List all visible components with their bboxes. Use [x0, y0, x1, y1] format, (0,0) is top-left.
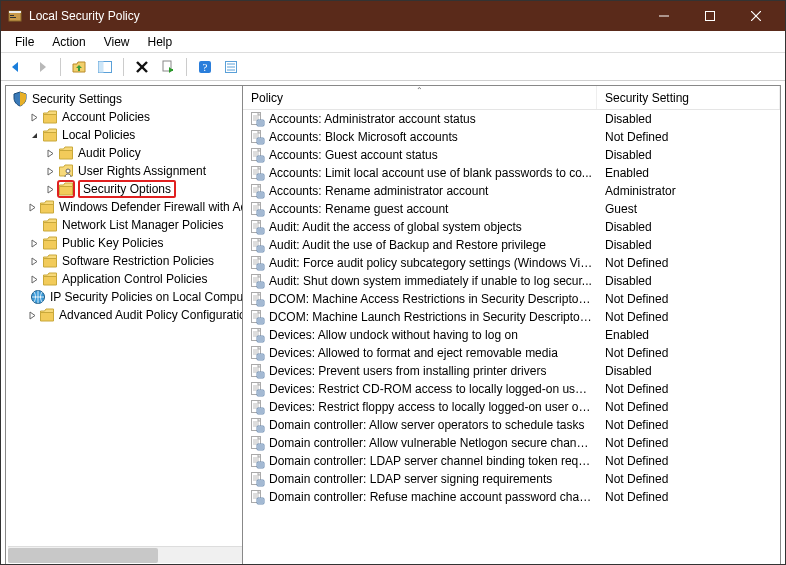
- column-header-policy[interactable]: ⌃ Policy: [243, 86, 597, 109]
- list-row[interactable]: Domain controller: LDAP server channel b…: [243, 452, 780, 470]
- list-row[interactable]: Audit: Audit the access of global system…: [243, 218, 780, 236]
- list-row[interactable]: Accounts: Administrator account statusDi…: [243, 110, 780, 128]
- list-row[interactable]: Devices: Allowed to format and eject rem…: [243, 344, 780, 362]
- list-row[interactable]: Accounts: Limit local account use of bla…: [243, 164, 780, 182]
- list-row[interactable]: Domain controller: Allow server operator…: [243, 416, 780, 434]
- chevron-right-icon[interactable]: [28, 273, 40, 285]
- back-button[interactable]: [5, 56, 27, 78]
- export-button[interactable]: [157, 56, 179, 78]
- list-row[interactable]: Accounts: Guest account statusDisabled: [243, 146, 780, 164]
- tree-item[interactable]: IP Security Policies on Local Computer: [8, 288, 242, 306]
- svg-rect-39: [258, 149, 261, 152]
- tree-item[interactable]: Public Key Policies: [8, 234, 242, 252]
- scrollbar-thumb[interactable]: [8, 548, 158, 563]
- properties-button[interactable]: [220, 56, 242, 78]
- tree-root[interactable]: Security Settings: [8, 90, 242, 108]
- folder-icon: [42, 127, 58, 143]
- minimize-button[interactable]: [641, 1, 687, 31]
- policy-setting: Not Defined: [597, 418, 780, 432]
- policy-name: Audit: Audit the access of global system…: [269, 220, 597, 234]
- up-folder-button[interactable]: [68, 56, 90, 78]
- svg-rect-143: [258, 383, 261, 386]
- maximize-button[interactable]: [687, 1, 733, 31]
- toolbar: ?: [1, 53, 785, 81]
- policy-setting: Disabled: [597, 364, 780, 378]
- chevron-right-icon[interactable]: [28, 255, 40, 267]
- list-row[interactable]: Domain controller: Allow vulnerable Netl…: [243, 434, 780, 452]
- folder-user-icon: [58, 163, 74, 179]
- menu-action[interactable]: Action: [44, 33, 93, 51]
- list-row[interactable]: Audit: Shut down system immediately if u…: [243, 272, 780, 290]
- list-row[interactable]: Audit: Audit the use of Backup and Resto…: [243, 236, 780, 254]
- column-header-setting[interactable]: Security Setting: [597, 86, 780, 109]
- list-row[interactable]: Devices: Allow undock without having to …: [243, 326, 780, 344]
- tree-item[interactable]: Windows Defender Firewall with Advanced …: [8, 198, 242, 216]
- policy-name: Devices: Allow undock without having to …: [269, 328, 597, 342]
- chevron-right-icon[interactable]: [44, 165, 56, 177]
- tree-item[interactable]: Network List Manager Policies: [8, 216, 242, 234]
- policy-name: Domain controller: Refuse machine accoun…: [269, 490, 597, 504]
- list-row[interactable]: Accounts: Block Microsoft accountsNot De…: [243, 128, 780, 146]
- menu-help[interactable]: Help: [140, 33, 181, 51]
- tree-horizontal-scrollbar[interactable]: [8, 546, 242, 563]
- column-header-policy-label: Policy: [251, 91, 283, 105]
- svg-rect-99: [257, 282, 264, 288]
- show-hide-tree-button[interactable]: [94, 56, 116, 78]
- tree-item[interactable]: User Rights Assignment: [8, 162, 242, 180]
- chevron-right-icon[interactable]: [28, 309, 37, 321]
- policy-file-icon: [249, 489, 265, 505]
- list-row[interactable]: Accounts: Rename guest accountGuest: [243, 200, 780, 218]
- tree-item[interactable]: Software Restriction Policies: [8, 252, 242, 270]
- policy-file-icon: [249, 453, 265, 469]
- folder-icon: [42, 253, 58, 269]
- list-row[interactable]: Accounts: Rename administrator accountAd…: [243, 182, 780, 200]
- chevron-right-icon[interactable]: [28, 201, 37, 213]
- svg-rect-135: [258, 365, 261, 368]
- tree-item[interactable]: Audit Policy: [8, 144, 242, 162]
- tree-item[interactable]: Account Policies: [8, 108, 242, 126]
- menu-view[interactable]: View: [96, 33, 138, 51]
- list-row[interactable]: Devices: Prevent users from installing p…: [243, 362, 780, 380]
- policy-file-icon: [249, 273, 265, 289]
- close-button[interactable]: [733, 1, 779, 31]
- policy-name: Domain controller: Allow server operator…: [269, 418, 597, 432]
- svg-rect-131: [257, 354, 264, 360]
- chevron-right-icon[interactable]: [28, 237, 40, 249]
- tree[interactable]: Security Settings Account PoliciesLocal …: [8, 90, 242, 546]
- list-body[interactable]: Accounts: Administrator account statusDi…: [243, 110, 780, 565]
- help-button[interactable]: ?: [194, 56, 216, 78]
- policy-setting: Disabled: [597, 148, 780, 162]
- sort-ascending-icon: ⌃: [416, 86, 423, 95]
- chevron-right-icon[interactable]: [28, 111, 40, 123]
- policy-setting: Not Defined: [597, 292, 780, 306]
- delete-button[interactable]: [131, 56, 153, 78]
- tree-item[interactable]: Local Policies: [8, 126, 242, 144]
- list-row[interactable]: Devices: Restrict floppy access to local…: [243, 398, 780, 416]
- policy-name: Accounts: Guest account status: [269, 148, 597, 162]
- list-row[interactable]: DCOM: Machine Access Restrictions in Sec…: [243, 290, 780, 308]
- list-row[interactable]: Domain controller: LDAP server signing r…: [243, 470, 780, 488]
- tree-item[interactable]: Advanced Audit Policy Configuration: [8, 306, 242, 324]
- list-row[interactable]: Audit: Force audit policy subcategory se…: [243, 254, 780, 272]
- chevron-down-icon[interactable]: [28, 129, 40, 141]
- menu-file[interactable]: File: [7, 33, 42, 51]
- policy-setting: Not Defined: [597, 130, 780, 144]
- svg-rect-183: [258, 473, 261, 476]
- list-row[interactable]: Domain controller: Refuse machine accoun…: [243, 488, 780, 506]
- svg-rect-107: [257, 300, 264, 306]
- policy-setting: Disabled: [597, 238, 780, 252]
- chevron-right-icon[interactable]: [44, 147, 56, 159]
- forward-button[interactable]: [31, 56, 53, 78]
- list-row[interactable]: DCOM: Machine Launch Restrictions in Sec…: [243, 308, 780, 326]
- tree-item-label: Audit Policy: [78, 146, 141, 160]
- tree-item[interactable]: Application Control Policies: [8, 270, 242, 288]
- chevron-right-icon[interactable]: [44, 183, 56, 195]
- policy-setting: Not Defined: [597, 454, 780, 468]
- tree-item-label: Software Restriction Policies: [62, 254, 214, 268]
- policy-file-icon: [249, 183, 265, 199]
- tree-item[interactable]: Security Options: [8, 180, 242, 198]
- tree-item-label: Local Policies: [62, 128, 135, 142]
- tree-pane: Security Settings Account PoliciesLocal …: [6, 86, 243, 565]
- list-row[interactable]: Devices: Restrict CD-ROM access to local…: [243, 380, 780, 398]
- policy-name: Devices: Restrict CD-ROM access to local…: [269, 382, 597, 396]
